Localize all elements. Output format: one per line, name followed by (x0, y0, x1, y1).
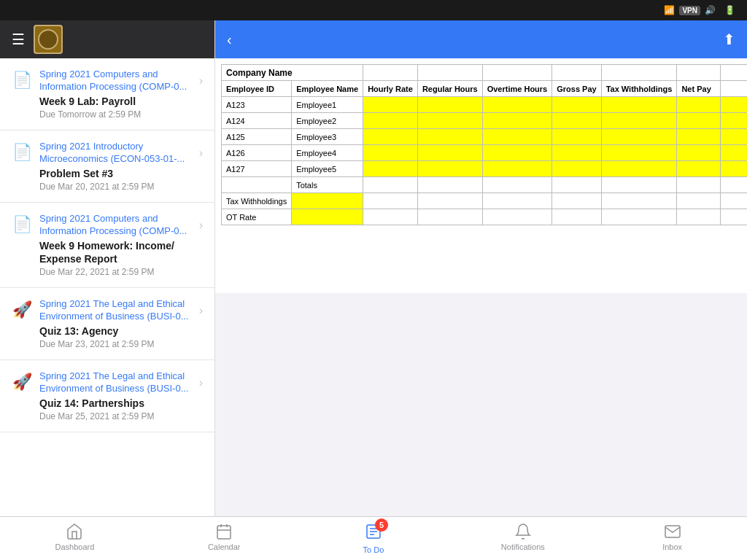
assignment-course-3: Spring 2021 The Legal and Ethical Enviro… (39, 298, 193, 323)
spreadsheet-tax-row: Tax Withholdings (222, 193, 748, 209)
share-button[interactable]: ⬆ (723, 31, 735, 48)
assignment-content-2: Spring 2021 Computers and Information Pr… (39, 213, 193, 277)
cell-yellow-2-5 (677, 129, 721, 145)
header-employee-id: Employee ID (222, 81, 292, 97)
spreadsheet-data-row-0: A123Employee1 (222, 97, 748, 113)
assignment-icon-1: 📄 (12, 142, 32, 163)
spreadsheet-data-row-2: A125Employee3 (222, 129, 748, 145)
dashboard-icon (66, 523, 83, 540)
tab-bar-items: Dashboard Calendar 5 To Do Notifications… (0, 523, 747, 554)
cell-id-3: A126 (222, 145, 292, 161)
spreadsheet-data-row-3: A126Employee4 (222, 145, 748, 161)
assignment-content-0: Spring 2021 Computers and Information Pr… (39, 69, 193, 120)
cell-yellow-0-1 (417, 97, 482, 113)
cell-yellow-4-6 (721, 161, 747, 177)
notifications-icon-container (514, 523, 532, 540)
quiz-icon: 🚀 (12, 300, 32, 319)
sidebar: ☰ 📄 Spring 2021 Computers and Informatio… (0, 20, 215, 516)
assignment-course-0: Spring 2021 Computers and Information Pr… (39, 69, 193, 93)
spreadsheet-data-row-4: A127Employee5 (222, 161, 748, 177)
document-icon: 📄 (12, 71, 32, 90)
cell-name-0: Employee1 (292, 97, 363, 113)
cell-ot-empty-3 (552, 209, 601, 225)
spreadsheet-row-company: Company Name (222, 65, 748, 81)
top-nav: ‹ ⬆ (215, 20, 747, 58)
todo-tab-label: To Do (363, 545, 384, 554)
cell-name-1: Employee2 (292, 113, 363, 129)
spreadsheet-table: Company NameEmployee IDEmployee NameHour… (221, 64, 747, 225)
cell-yellow-1-5 (677, 113, 721, 129)
cell-empty-r1-1 (417, 65, 482, 81)
tab-todo[interactable]: 5 To Do (299, 523, 449, 554)
inbox-tab-label: Inbox (662, 542, 682, 551)
assignment-due-0: Due Tomorrow at 2:59 PM (39, 109, 193, 120)
cell-ot-empty-0 (363, 209, 418, 225)
assignment-due-4: Due Mar 25, 2021 at 2:59 PM (39, 411, 193, 421)
tab-notifications[interactable]: Notifications (448, 523, 597, 551)
assignment-course-1: Spring 2021 Introductory Microeconomics … (39, 141, 193, 166)
cell-yellow-1-1 (417, 113, 482, 129)
todo-icon-wrapper: 5 (365, 523, 382, 543)
assignment-item-4[interactable]: 🚀 Spring 2021 The Legal and Ethical Envi… (0, 360, 214, 432)
chevron-right-icon-0: › (199, 74, 203, 88)
cell-yellow-1-3 (552, 113, 601, 129)
cell-tax-empty-5 (677, 193, 721, 209)
cell-id-0: A123 (222, 97, 292, 113)
tab-calendar[interactable]: Calendar (150, 523, 299, 551)
assignment-item-3[interactable]: 🚀 Spring 2021 The Legal and Ethical Envi… (0, 288, 214, 360)
sidebar-header: ☰ (0, 20, 214, 58)
document-icon: 📄 (12, 215, 32, 234)
spreadsheet-totals-row: Totals (222, 177, 748, 193)
assignment-course-4: Spring 2021 The Legal and Ethical Enviro… (39, 370, 193, 395)
tab-dashboard[interactable]: Dashboard (0, 523, 150, 551)
chevron-right-icon-4: › (199, 376, 203, 389)
cell-yellow-4-0 (363, 161, 418, 177)
school-logo-inner (35, 26, 61, 52)
cell-yellow-4-1 (417, 161, 482, 177)
cell-empty-r1-3 (552, 65, 601, 81)
assignment-content-3: Spring 2021 The Legal and Ethical Enviro… (39, 298, 193, 349)
spreadsheet-container[interactable]: Company NameEmployee IDEmployee NameHour… (215, 58, 747, 293)
cell-yellow-1-6 (721, 113, 747, 129)
notifications-tab-label: Notifications (501, 542, 545, 551)
assignment-course-2: Spring 2021 Computers and Information Pr… (39, 213, 193, 238)
assignment-item-0[interactable]: 📄 Spring 2021 Computers and Information … (0, 58, 214, 131)
cell-yellow-0-5 (677, 97, 721, 113)
back-button[interactable]: ‹ (227, 31, 235, 48)
cell-empty-r1-0 (363, 65, 418, 81)
hamburger-icon[interactable]: ☰ (12, 31, 25, 48)
cell-empty-r1-5 (677, 65, 721, 81)
cell-ot-empty-4 (601, 209, 677, 225)
cell-yellow-3-5 (677, 145, 721, 161)
inbox-icon-container (664, 523, 681, 540)
todo-badge: 5 (375, 518, 388, 532)
tab-inbox[interactable]: Inbox (597, 523, 747, 551)
assignment-due-2: Due Mar 22, 2021 at 2:59 PM (39, 267, 193, 277)
cell-yellow-2-4 (601, 129, 677, 145)
header-col-4: Gross Pay (552, 81, 601, 97)
assignment-title-0: Week 9 Lab: Payroll (39, 95, 193, 108)
empty-area (215, 293, 747, 516)
assignment-icon-0: 📄 (12, 70, 32, 90)
cell-totals-4 (601, 177, 677, 193)
cell-yellow-2-2 (482, 129, 552, 145)
cell-totals-6 (721, 177, 747, 193)
school-logo-circle (38, 29, 58, 50)
assignment-item-1[interactable]: 📄 Spring 2021 Introductory Microeconomic… (0, 131, 214, 203)
cell-ot-empty-6 (721, 209, 747, 225)
todo-icon-container: 5 (365, 523, 382, 543)
cell-yellow-2-1 (417, 129, 482, 145)
cell-tax-yellow (292, 193, 363, 209)
chevron-right-icon-3: › (199, 304, 203, 317)
cell-id-1: A124 (222, 113, 292, 129)
cell-yellow-1-2 (482, 113, 552, 129)
assignment-title-2: Week 9 Homework: Income/ Expense Report (39, 239, 193, 265)
cell-yellow-0-6 (721, 97, 747, 113)
cell-ot-empty-5 (677, 209, 721, 225)
cell-totals-2 (482, 177, 552, 193)
cell-ot-yellow (292, 209, 363, 225)
chevron-right-icon-2: › (199, 219, 203, 232)
cell-yellow-4-5 (677, 161, 721, 177)
assignment-item-2[interactable]: 📄 Spring 2021 Computers and Information … (0, 203, 214, 288)
chevron-right-icon-1: › (199, 147, 203, 160)
